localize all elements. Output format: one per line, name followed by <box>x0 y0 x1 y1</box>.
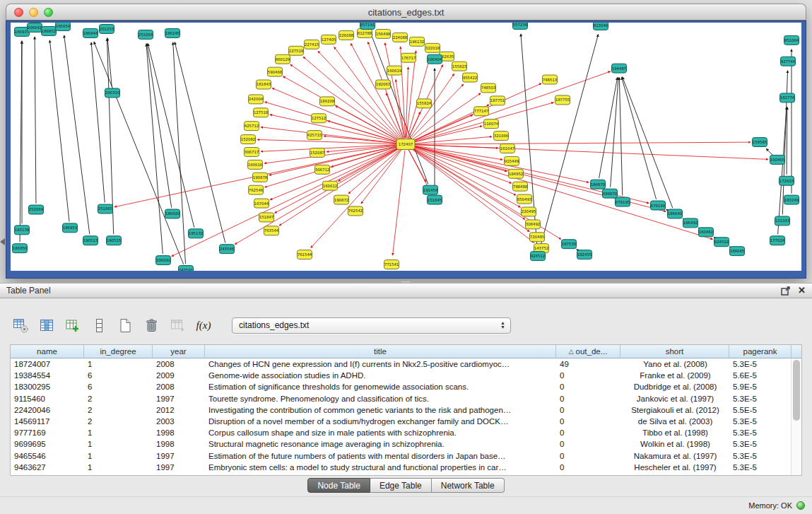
graph-node[interactable]: 242004 <box>249 95 264 104</box>
graph-node[interactable]: 762546 <box>249 185 264 194</box>
table-cell[interactable]: Yano et al. (2008) <box>620 360 729 368</box>
graph-node[interactable]: 762542 <box>348 206 363 216</box>
table-cell[interactable]: 5.3E-5 <box>729 452 792 460</box>
table-cell[interactable]: 1 <box>84 428 153 437</box>
table-settings-icon[interactable] <box>11 316 30 334</box>
graph-node[interactable]: 190515 <box>107 236 122 245</box>
column-header-pagerank[interactable]: pagerank <box>729 345 792 358</box>
graph-node[interactable]: 152082 <box>241 135 256 144</box>
graph-node[interactable]: 176717 <box>401 53 416 62</box>
splitter-collapse-arrow-icon[interactable] <box>0 238 5 245</box>
graph-node[interactable]: 155823 <box>452 62 467 71</box>
table-cell[interactable]: 2 <box>84 417 153 426</box>
graph-node[interactable]: 186944 <box>83 28 98 37</box>
table-row[interactable]: 1456911722003Disruption of a novel membe… <box>11 416 801 427</box>
graph-node[interactable]: 186953 <box>63 223 78 233</box>
table-cell[interactable]: Investigating the contribution of common… <box>205 406 556 414</box>
graph-node[interactable]: 425715 <box>307 131 322 140</box>
table-cell[interactable]: Franke et al. (2009) <box>620 371 729 380</box>
graph-node[interactable]: 167044 <box>254 199 269 208</box>
table-cell[interactable]: 18300295 <box>11 382 84 391</box>
table-row[interactable]: 946554611997Estimation of the future num… <box>11 450 801 462</box>
graph-node[interactable]: 798488 <box>513 182 528 191</box>
table-cell[interactable]: 2009 <box>153 371 205 380</box>
graph-node[interactable]: 184208 <box>320 97 335 106</box>
graph-node[interactable]: 160616 <box>248 160 263 169</box>
graph-node[interactable]: 182455 <box>577 250 592 259</box>
graph-node[interactable]: 748503 <box>481 83 496 93</box>
graph-node[interactable]: 182774 <box>780 93 795 103</box>
close-panel-icon[interactable]: ✕ <box>798 286 806 295</box>
table-cell[interactable]: 18724007 <box>11 360 84 368</box>
table-cell[interactable]: 9777169 <box>11 428 84 437</box>
rows-icon[interactable] <box>90 316 108 334</box>
graph-node[interactable]: 193139 <box>15 226 30 235</box>
minimize-window-button[interactable] <box>29 8 38 17</box>
graph-node[interactable]: 156498 <box>376 29 391 38</box>
delete-icon[interactable] <box>142 316 160 334</box>
table-cell[interactable]: 9465546 <box>11 452 84 460</box>
graph-node[interactable]: 425712 <box>245 122 259 131</box>
table-cell[interactable]: Structural magnetic resonance image aver… <box>205 440 556 448</box>
import-table-icon[interactable] <box>168 316 187 334</box>
graph-node[interactable]: 322018 <box>425 43 440 52</box>
graph-node[interactable]: 195654 <box>56 23 71 30</box>
graph-node[interactable]: 187751 <box>490 96 505 105</box>
table-cell[interactable]: Disruption of a novel member of a sodium… <box>205 417 556 426</box>
table-cell[interactable]: 1998 <box>153 440 205 448</box>
table-cell[interactable]: 2008 <box>153 382 205 391</box>
graph-node[interactable]: 160465 <box>770 155 785 164</box>
graph-node[interactable]: 186920 <box>165 209 180 218</box>
table-row[interactable]: 1872400712008Changes of HCN gene express… <box>11 358 801 370</box>
table-cell[interactable]: Estimation of the future numbers of pati… <box>205 452 556 460</box>
graph-node[interactable]: 172603 <box>779 176 794 185</box>
graph-node[interactable]: 771541 <box>384 260 399 269</box>
graph-node[interactable]: 748513 <box>543 75 558 84</box>
table-cell[interactable]: 5.3E-5 <box>729 428 792 437</box>
table-cell[interactable]: 1 <box>84 463 153 472</box>
graph-node[interactable]: 761544 <box>298 250 312 259</box>
graph-node[interactable]: 160619 <box>387 66 402 75</box>
graph-node[interactable]: 224088 <box>393 33 408 42</box>
table-cell[interactable]: Changes of HCN gene expression and I(f) … <box>205 360 556 368</box>
close-window-button[interactable] <box>14 8 23 17</box>
table-cell[interactable]: 9115460 <box>11 395 84 403</box>
graph-node[interactable]: 306717 <box>245 147 259 156</box>
table-cell[interactable]: 5.3E-5 <box>729 440 792 448</box>
graph-node[interactable]: 812788 <box>358 28 372 37</box>
table-cell[interactable]: 2003 <box>153 417 205 426</box>
graph-node[interactable]: 720485 <box>530 233 545 242</box>
graph-node[interactable]: 160462 <box>699 228 714 237</box>
column-header-name[interactable]: name <box>11 345 84 358</box>
table-row[interactable]: 2242004622012Investigating the contribut… <box>11 404 801 416</box>
graph-node[interactable]: 557239 <box>513 23 528 29</box>
graph-node[interactable]: 590468 <box>268 67 283 76</box>
table-cell[interactable]: 6 <box>84 371 153 380</box>
column-header-short[interactable]: short <box>620 345 729 358</box>
graph-node[interactable]: 121003 <box>775 216 790 226</box>
graph-node[interactable]: 159585 <box>753 138 767 147</box>
table-cell[interactable]: 1997 <box>153 463 205 472</box>
tab-node-table[interactable]: Node Table <box>307 478 370 493</box>
table-cell[interactable]: Tourette syndrome. Phenomenology and cla… <box>205 395 556 403</box>
graph-node[interactable]: 951064 <box>784 35 799 45</box>
graph-node[interactable]: 243546 <box>220 245 235 254</box>
select-columns-icon[interactable] <box>37 316 56 334</box>
graph-node[interactable]: 860129 <box>276 54 290 64</box>
table-cell[interactable]: 19384554 <box>11 371 84 380</box>
table-cell[interactable]: 0 <box>556 452 620 460</box>
table-cell[interactable]: Nakamura et al. (1997) <box>620 452 729 460</box>
graph-node[interactable]: 243591 <box>179 266 194 271</box>
table-cell[interactable]: 1998 <box>153 428 205 437</box>
graph-node[interactable]: 184870 <box>591 180 606 189</box>
table-row[interactable]: 946362711997Embryonic stem cells: a mode… <box>11 462 801 473</box>
table-cell[interactable]: 5.6E-5 <box>729 371 792 380</box>
graph-node[interactable]: 187530 <box>562 240 577 249</box>
function-builder-icon[interactable]: f(x) <box>194 316 213 334</box>
table-cell[interactable]: Embryonic stem cells: a model to study s… <box>205 463 556 472</box>
table-cell[interactable]: 5.3E-5 <box>729 463 792 472</box>
graph-node[interactable]: 679190 <box>651 201 666 210</box>
graph-node[interactable]: 186950 <box>13 244 28 253</box>
graph-node[interactable]: 190878 <box>253 173 268 182</box>
table-row[interactable]: 969969511998Structural magnetic resonanc… <box>11 438 801 450</box>
